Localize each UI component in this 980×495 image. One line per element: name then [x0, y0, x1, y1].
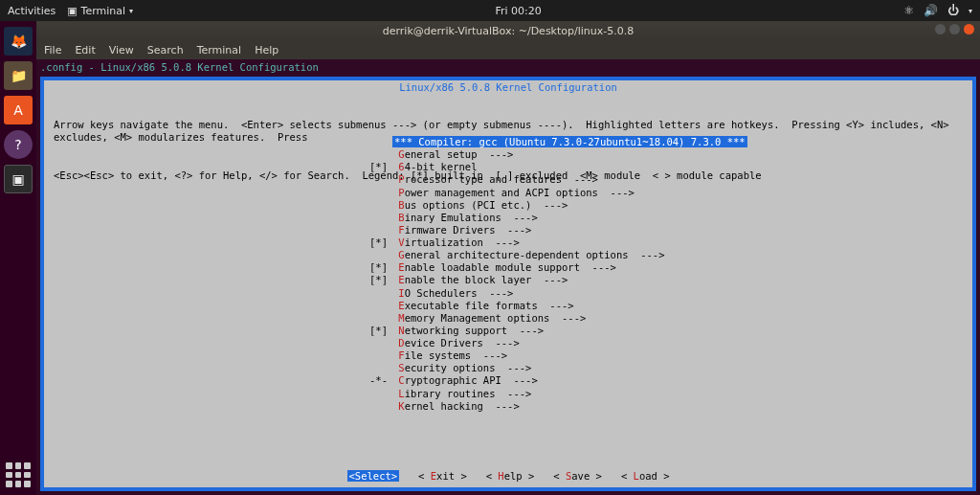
menu-terminal[interactable]: Terminal: [197, 44, 242, 56]
menu-item[interactable]: Power management and ACPI options --->: [369, 187, 747, 199]
menu-item[interactable]: Security options --->: [369, 362, 747, 374]
clock[interactable]: Fri 00:20: [496, 5, 542, 17]
menu-item[interactable]: Library routines --->: [369, 388, 747, 400]
menu-item[interactable]: File systems --->: [369, 349, 747, 362]
menu-item[interactable]: General setup --->: [369, 148, 747, 161]
help-icon[interactable]: ?: [4, 130, 33, 159]
menuconfig-frame: Linux/x86 5.0.8 Kernel Configuration Arr…: [40, 77, 976, 491]
dock: 🦊 📁 A ? ▣: [0, 21, 36, 495]
menuconfig-title: Linux/x86 5.0.8 Kernel Configuration: [44, 80, 972, 94]
chevron-down-icon[interactable]: ▾: [969, 7, 972, 15]
maximize-button[interactable]: [949, 24, 960, 34]
app-menu[interactable]: ▣ Terminal ▾: [67, 5, 133, 17]
menu-item[interactable]: [*] Networking support --->: [369, 325, 747, 337]
menu-item[interactable]: -*- Cryptographic API --->: [369, 374, 747, 387]
window-menubar: File Edit View Search Terminal Help: [36, 40, 980, 59]
menu-edit[interactable]: Edit: [75, 44, 95, 56]
menu-item[interactable]: IO Schedulers --->: [369, 287, 747, 300]
activities-button[interactable]: Activities: [8, 5, 56, 17]
window-titlebar[interactable]: derrik@derrik-VirtualBox: ~/Desktop/linu…: [36, 21, 980, 40]
menu-file[interactable]: File: [44, 44, 61, 56]
menu-item[interactable]: [*] 64-bit kernel: [369, 161, 747, 173]
window-title: derrik@derrik-VirtualBox: ~/Desktop/linu…: [383, 25, 635, 37]
terminal-launcher-icon[interactable]: ▣: [4, 165, 33, 193]
menu-help[interactable]: Help: [255, 44, 278, 56]
menu-search[interactable]: Search: [147, 44, 184, 56]
menu-item[interactable]: Executable file formats --->: [369, 300, 747, 312]
menuconfig-action-button[interactable]: < Save >: [553, 470, 602, 482]
show-applications-icon[interactable]: [6, 462, 31, 487]
close-button[interactable]: [964, 24, 974, 34]
gnome-top-bar: Activities ▣ Terminal ▾ Fri 00:20 ⚛ 🔊 ⏻ …: [0, 0, 980, 21]
app-menu-label: Terminal: [81, 5, 126, 17]
menuconfig-panel: Linux/x86 5.0.8 Kernel Configuration Arr…: [44, 80, 972, 487]
config-path-line: .config - Linux/x86 5.0.8 Kernel Configu…: [36, 59, 980, 75]
terminal-viewport[interactable]: .config - Linux/x86 5.0.8 Kernel Configu…: [36, 59, 980, 495]
software-icon[interactable]: A: [4, 96, 33, 124]
terminal-window: derrik@derrik-VirtualBox: ~/Desktop/linu…: [36, 21, 980, 495]
menu-item[interactable]: General architecture-dependent options -…: [369, 249, 747, 261]
menu-item[interactable]: [*] Enable loadable module support --->: [369, 261, 747, 274]
network-icon[interactable]: ⚛: [903, 4, 914, 17]
power-icon[interactable]: ⏻: [947, 4, 959, 17]
volume-icon[interactable]: 🔊: [924, 4, 938, 17]
menu-item[interactable]: Kernel hacking --->: [369, 400, 747, 413]
menuconfig-action-button[interactable]: < Load >: [621, 470, 670, 482]
menuconfig-action-button[interactable]: <Select>: [347, 470, 400, 482]
menu-item[interactable]: Processor type and features --->: [369, 173, 747, 186]
menu-item[interactable]: *** Compiler: gcc (Ubuntu 7.3.0-27ubuntu…: [369, 136, 747, 148]
menu-item[interactable]: Binary Emulations --->: [369, 212, 747, 224]
firefox-icon[interactable]: 🦊: [4, 27, 33, 56]
menu-item[interactable]: [*] Virtualization --->: [369, 236, 747, 249]
menu-item[interactable]: Firmware Drivers --->: [369, 224, 747, 236]
menu-item[interactable]: [*] Enable the block layer --->: [369, 274, 747, 286]
menuconfig-menu-list[interactable]: *** Compiler: gcc (Ubuntu 7.3.0-27ubuntu…: [369, 136, 747, 413]
menuconfig-action-button[interactable]: < Help >: [486, 470, 535, 482]
terminal-icon: ▣: [67, 5, 77, 17]
menuconfig-action-button[interactable]: < Exit >: [418, 470, 467, 482]
menu-item[interactable]: Bus options (PCI etc.) --->: [369, 199, 747, 212]
menu-item[interactable]: Device Drivers --->: [369, 337, 747, 349]
files-icon[interactable]: 📁: [4, 61, 33, 90]
minimize-button[interactable]: [935, 24, 946, 34]
menu-view[interactable]: View: [109, 44, 134, 56]
menuconfig-button-bar: <Select>< Exit >< Help >< Save >< Load >: [44, 470, 972, 482]
menu-item[interactable]: Memory Management options --->: [369, 312, 747, 325]
